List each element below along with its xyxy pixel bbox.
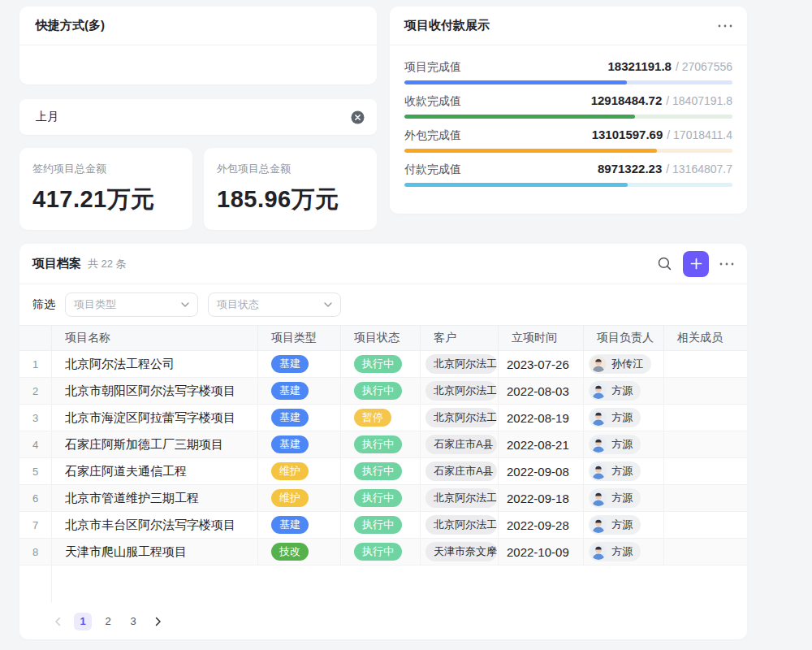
add-record-button[interactable] — [683, 251, 709, 277]
search-icon[interactable] — [657, 256, 672, 271]
project-name: 北京市海淀区阿拉蕾写字楼项目 — [52, 405, 258, 431]
progress-row-receipts: 收款完成值 12918484.72 / 18407191.8 — [404, 93, 732, 119]
row-index: 1 — [19, 351, 52, 377]
select-placeholder: 项目状态 — [217, 297, 259, 312]
owner-tag: 方源 — [589, 381, 641, 401]
progress-current: 8971322.23 — [598, 162, 662, 176]
owner-tag: 孙传江 — [589, 354, 651, 374]
progress-label: 收款完成值 — [404, 94, 461, 109]
progress-separator: / — [676, 60, 679, 73]
project-type-select[interactable]: 项目类型 — [65, 292, 198, 317]
progress-row-outsourcing: 外包完成值 13101597.69 / 17018411.4 — [404, 128, 732, 153]
owner-name: 方源 — [611, 410, 633, 425]
table-row[interactable]: 1 北京阿尔法工程公司 基建 执行中 北京阿尔法工 2023-07-26 孙传江 — [19, 351, 747, 378]
customer-tag: 石家庄市A县 — [425, 462, 497, 481]
quick-filter-chip[interactable]: 上月 — [19, 99, 377, 135]
close-icon[interactable] — [351, 110, 365, 124]
type-badge: 技改 — [271, 543, 309, 561]
table-row[interactable]: 7 北京市丰台区阿尔法写字楼项目 基建 执行中 北京阿尔法工 2022-09-2… — [19, 512, 747, 539]
page-button-1[interactable]: 1 — [74, 613, 92, 630]
members-cell — [664, 512, 747, 538]
type-badge: 基建 — [271, 355, 309, 373]
table-row[interactable]: 4 石家庄阿斯加德工厂三期项目 基建 执行中 石家庄市A县 2022-08-21… — [19, 431, 747, 458]
metric-value: 417.21万元 — [32, 184, 179, 216]
progress-row-project: 项目完成值 18321191.8 / 27067556 — [404, 59, 732, 84]
project-status-select[interactable]: 项目状态 — [208, 292, 341, 317]
progress-track — [404, 80, 732, 84]
table-row[interactable]: 5 石家庄阿道夫通信工程 维护 执行中 石家庄市A县 2022-09-08 方源 — [19, 458, 747, 485]
progress-separator: / — [666, 162, 669, 176]
select-placeholder: 项目类型 — [74, 297, 116, 312]
metric-value: 185.96万元 — [217, 184, 364, 216]
start-date: 2022-09-28 — [499, 512, 584, 538]
status-badge: 执行中 — [354, 462, 402, 480]
progress-track — [404, 183, 732, 187]
owner-name: 方源 — [611, 384, 633, 398]
shortcuts-card-title: 快捷方式(多) — [36, 18, 105, 33]
projects-table-card: 项目档案 共 22 条 筛选 项目类型 项目状态 — [19, 244, 747, 639]
owner-name: 方源 — [611, 544, 633, 559]
type-badge: 基建 — [271, 409, 309, 427]
table-row[interactable]: 8 天津市爬山服工程项目 技改 执行中 天津市奈文摩 2022-10-09 方源 — [19, 539, 747, 566]
progress-fill — [404, 183, 628, 187]
owner-tag: 方源 — [589, 435, 641, 454]
progress-row-payments: 付款完成值 8971322.23 / 13164807.7 — [404, 162, 732, 187]
start-date: 2022-10-09 — [499, 539, 584, 565]
progress-separator: / — [667, 128, 670, 141]
quick-filter-label: 上月 — [36, 110, 58, 124]
type-badge: 维护 — [271, 489, 309, 507]
progress-label: 外包完成值 — [404, 128, 461, 143]
project-name: 北京市朝阳区阿尔法写字楼项目 — [52, 378, 258, 404]
progress-fill — [404, 80, 627, 84]
page-next-icon[interactable] — [149, 613, 167, 630]
ellipsis-menu-icon[interactable] — [719, 262, 734, 266]
progress-track — [404, 115, 732, 119]
avatar — [590, 544, 607, 560]
members-cell — [664, 351, 747, 377]
avatar — [590, 436, 607, 453]
plus-icon — [690, 258, 702, 270]
column-header: 客户 — [421, 326, 499, 350]
table-row[interactable]: 2 北京市朝阳区阿尔法写字楼项目 基建 执行中 北京阿尔法工 2022-08-0… — [19, 378, 747, 405]
table-row[interactable]: 3 北京市海淀区阿拉蕾写字楼项目 基建 暂停 北京阿尔法工 2022-08-19… — [19, 405, 747, 431]
progress-total: 27067556 — [682, 60, 732, 73]
table-title: 项目档案 — [32, 256, 81, 271]
row-index: 8 — [19, 539, 52, 565]
table-row[interactable]: 6 北京市管道维护三期工程 维护 执行中 北京阿尔法工 2022-09-18 方… — [19, 485, 747, 512]
members-cell — [664, 458, 747, 484]
page-button-2[interactable]: 2 — [99, 613, 117, 630]
members-cell — [664, 378, 747, 404]
metric-label: 外包项目总金额 — [217, 162, 364, 176]
customer-tag: 石家庄市A县 — [425, 435, 497, 454]
progress-label: 付款完成值 — [404, 162, 461, 177]
avatar — [590, 410, 607, 426]
status-badge: 执行中 — [354, 516, 402, 534]
progress-total: 18407191.8 — [672, 94, 732, 107]
progress-fill — [404, 115, 635, 119]
project-name: 北京市管道维护三期工程 — [52, 485, 258, 511]
page-button-3[interactable]: 3 — [124, 613, 142, 630]
status-badge: 执行中 — [354, 489, 402, 507]
column-header: 项目类型 — [258, 326, 341, 350]
column-header: 立项时间 — [499, 326, 584, 350]
ellipsis-menu-icon[interactable] — [718, 24, 732, 28]
start-date: 2022-08-03 — [499, 378, 584, 404]
progress-current: 18321191.8 — [608, 59, 672, 73]
row-index: 5 — [19, 458, 52, 484]
page-prev-icon[interactable] — [49, 613, 67, 630]
owner-tag: 方源 — [589, 462, 641, 481]
progress-total: 17018411.4 — [673, 128, 732, 141]
column-header: 项目状态 — [341, 326, 421, 350]
customer-tag: 北京阿尔法工 — [425, 354, 497, 374]
customer-tag: 北京阿尔法工 — [425, 488, 497, 508]
customer-tag: 天津市奈文摩 — [425, 542, 497, 561]
row-index: 4 — [19, 431, 52, 457]
owner-name: 方源 — [611, 518, 633, 532]
owner-tag: 方源 — [589, 488, 641, 508]
avatar — [590, 490, 607, 506]
shortcuts-card: 快捷方式(多) — [19, 6, 377, 84]
status-badge: 暂停 — [354, 409, 391, 427]
chevron-down-icon — [324, 302, 332, 307]
progress-fill — [404, 149, 657, 153]
progress-current: 13101597.69 — [592, 128, 663, 141]
